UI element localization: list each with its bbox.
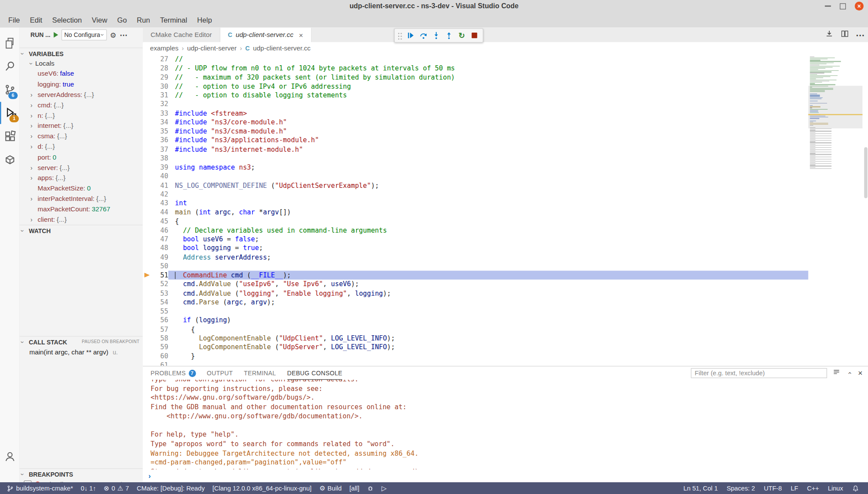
menu-item-view[interactable]: View: [87, 16, 112, 24]
code-line[interactable]: 34#include "ns3/core-module.h": [143, 118, 808, 127]
build-target-item[interactable]: [all]: [346, 485, 363, 491]
code-line[interactable]: 42: [143, 190, 808, 199]
code-line[interactable]: 48 bool logging = true;: [143, 244, 808, 253]
variable-row[interactable]: MaxPacketSize:0: [20, 183, 143, 194]
cmake-tools-icon[interactable]: [0, 148, 20, 170]
gutter-glyph-margin[interactable]: [143, 100, 151, 109]
editor-scrollbar[interactable]: [864, 147, 868, 198]
variable-row[interactable]: ›n:{...}: [20, 110, 143, 121]
gutter-glyph-margin[interactable]: [143, 64, 151, 73]
run-debug-icon[interactable]: 1: [0, 102, 20, 124]
account-icon[interactable]: [0, 446, 20, 468]
more-actions-icon[interactable]: ⋯: [856, 30, 865, 40]
cmake-launch-icon[interactable]: ▷: [378, 484, 390, 492]
menu-item-run[interactable]: Run: [132, 16, 155, 24]
code-line[interactable]: 61: [143, 360, 808, 366]
extensions-icon[interactable]: [0, 125, 20, 147]
os-item[interactable]: Linux: [825, 485, 846, 491]
notifications-bell-icon[interactable]: [849, 485, 863, 492]
stop-icon[interactable]: [469, 30, 480, 41]
debug-config-dropdown[interactable]: No Configura ›: [61, 29, 107, 40]
code-line[interactable]: 33#include <fstream>: [143, 109, 808, 118]
git-branch-item[interactable]: buildsystem-cmake*: [3, 485, 77, 492]
gutter-glyph-margin[interactable]: [143, 289, 151, 298]
gutter-glyph-margin[interactable]: [143, 91, 151, 100]
gutter-glyph-margin[interactable]: [143, 109, 151, 118]
gutter-glyph-margin[interactable]: [143, 307, 151, 316]
problems-item[interactable]: ⊗ 0 ⚠ 7: [100, 484, 132, 492]
menu-item-terminal[interactable]: Terminal: [155, 16, 192, 24]
gutter-glyph-margin[interactable]: [143, 280, 151, 289]
debug-console[interactable]: Type "show configuration" for configurat…: [143, 380, 868, 469]
variable-row[interactable]: ›internet:{...}: [20, 120, 143, 131]
continue-icon[interactable]: [405, 30, 416, 41]
code-line[interactable]: 36#include "ns3/applications-module.h": [143, 136, 808, 145]
code-line[interactable]: 60 }: [143, 352, 808, 361]
code-line[interactable]: 44main (int argc, char *argv[]): [143, 208, 808, 217]
split-editor-icon[interactable]: [840, 29, 849, 40]
close-panel-icon[interactable]: ×: [858, 369, 862, 377]
breakpoint-row[interactable]: ✓ udp-client-server.cc exampl... 51: [20, 479, 143, 482]
code-line[interactable]: 51 CommandLine cmd (__FILE__);: [143, 270, 808, 280]
gutter-glyph-margin[interactable]: [143, 154, 151, 163]
code-line[interactable]: 29// - maximum of 320 packets sent (or l…: [143, 73, 808, 82]
search-icon[interactable]: [0, 55, 20, 77]
code-line[interactable]: 50: [143, 262, 808, 271]
gutter-glyph-margin[interactable]: [143, 172, 151, 181]
code-line[interactable]: 39using namespace ns3;: [143, 163, 808, 172]
menu-item-selection[interactable]: Selection: [47, 16, 87, 24]
gutter-glyph-margin[interactable]: [143, 208, 151, 217]
variable-row[interactable]: logging:true: [20, 79, 143, 90]
step-over-icon[interactable]: [418, 30, 429, 41]
gutter-glyph-margin[interactable]: [143, 244, 151, 253]
variable-row[interactable]: ›cmd:{...}: [20, 100, 143, 110]
step-out-icon[interactable]: [444, 30, 454, 41]
code-editor[interactable]: 27//28// - UDP flow from n0 to n1 of 102…: [143, 54, 868, 366]
menu-item-file[interactable]: File: [3, 16, 25, 24]
eol-item[interactable]: LF: [788, 485, 801, 491]
locals-scope-row[interactable]: › Locals: [20, 58, 143, 69]
more-actions-icon[interactable]: ⋯: [120, 30, 128, 39]
gutter-glyph-margin[interactable]: [143, 226, 151, 235]
code-line[interactable]: 54 cmd.Parse (argc, argv);: [143, 298, 808, 307]
code-line[interactable]: 27//: [143, 55, 808, 64]
code-line[interactable]: 35#include "ns3/csma-module.h": [143, 127, 808, 136]
variable-row[interactable]: maxPacketCount:32767: [20, 204, 143, 214]
gutter-glyph-margin[interactable]: [143, 55, 151, 64]
code-line[interactable]: 58 LogComponentEnable ("UdpClient", LOG_…: [143, 334, 808, 343]
gutter-glyph-margin[interactable]: [143, 82, 151, 91]
code-line[interactable]: 53 cmd.AddValue ("logging", "Enable logg…: [143, 289, 808, 298]
gutter-glyph-margin[interactable]: [143, 181, 151, 190]
code-line[interactable]: 37#include "ns3/internet-module.h": [143, 145, 808, 154]
gutter-glyph-margin[interactable]: [143, 118, 151, 127]
breadcrumb-item[interactable]: examples: [150, 44, 178, 52]
gutter-glyph-margin[interactable]: [143, 298, 151, 307]
encoding-item[interactable]: UTF-8: [761, 485, 785, 491]
code-line[interactable]: 43int: [143, 199, 808, 208]
variable-row[interactable]: ›serverAddress:{...}: [20, 90, 143, 100]
variable-row[interactable]: ›apps:{...}: [20, 173, 143, 183]
menu-item-edit[interactable]: Edit: [25, 16, 47, 24]
step-into-icon[interactable]: [431, 30, 441, 41]
maximize-icon[interactable]: [840, 3, 846, 9]
gutter-glyph-margin[interactable]: [143, 145, 151, 154]
code-line[interactable]: 49 Address serverAddress;: [143, 253, 808, 262]
code-line[interactable]: 31// - option to disable logging stateme…: [143, 91, 808, 100]
cmake-status-item[interactable]: CMake: [Debug]: Ready: [134, 485, 208, 491]
start-debug-icon[interactable]: [54, 32, 58, 38]
code-line[interactable]: 40: [143, 172, 808, 181]
git-sync-item[interactable]: 0↓ 1↑: [77, 485, 99, 491]
code-line[interactable]: 59 LogComponentEnable ("UdpServer", LOG_…: [143, 343, 808, 352]
gutter-glyph-margin[interactable]: [143, 235, 151, 244]
code-line[interactable]: 41NS_LOG_COMPONENT_DEFINE ("UdpClientSer…: [143, 181, 808, 190]
code-line[interactable]: 28// - UDP flow from n0 to n1 of 1024 by…: [143, 64, 808, 73]
code-line[interactable]: 46 // Declare variables used in command-…: [143, 226, 808, 235]
download-icon[interactable]: [825, 29, 834, 40]
code-line[interactable]: 30// - option to use IPv4 or IPv6 addres…: [143, 82, 808, 91]
code-line[interactable]: 45{: [143, 217, 808, 226]
breakpoints-section-header[interactable]: › BREAKPOINTS: [20, 468, 143, 479]
breadcrumb-item[interactable]: udp-client-server.cc: [253, 44, 310, 52]
tab-output[interactable]: OUTPUT: [207, 367, 233, 379]
callstack-section-header[interactable]: › CALL STACK PAUSED ON BREAKPOINT: [20, 336, 143, 347]
minimap[interactable]: [808, 54, 863, 187]
